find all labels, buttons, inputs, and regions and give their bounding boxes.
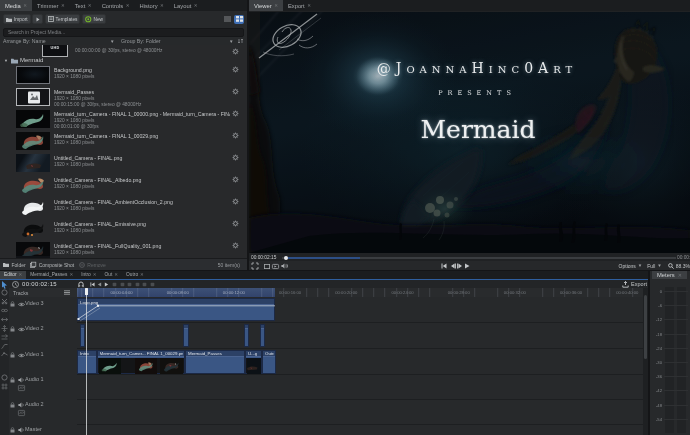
- tab-close-icon[interactable]: ✕: [88, 3, 92, 8]
- tool-slice-icon[interactable]: [1, 298, 8, 305]
- fullscreen-icon[interactable]: [252, 263, 258, 269]
- tab-close-icon[interactable]: ✕: [678, 272, 682, 278]
- search-input[interactable]: Search in Project Media...: [3, 28, 244, 37]
- gear-icon[interactable]: [232, 220, 239, 227]
- tab-close-icon[interactable]: ✕: [61, 3, 65, 8]
- clip[interactable]: U...g: [245, 350, 262, 374]
- tracks-menu-icon[interactable]: [64, 290, 70, 295]
- select-tool-icon[interactable]: [1, 281, 8, 289]
- tab-close-icon[interactable]: ✕: [19, 272, 23, 277]
- quality-dropdown[interactable]: Full: [647, 263, 655, 269]
- panel-tab[interactable]: Text ✕: [70, 0, 97, 11]
- lock-icon[interactable]: [10, 427, 15, 433]
- play-icon[interactable]: [464, 263, 470, 269]
- thumbnail-view-toggle[interactable]: [234, 15, 244, 24]
- panel-tab[interactable]: Controls ✕: [97, 0, 135, 11]
- mask-overlay-icon[interactable]: [264, 264, 270, 269]
- list-view-toggle[interactable]: [222, 15, 232, 24]
- clip-transition[interactable]: [80, 324, 85, 347]
- remove-button[interactable]: Remove: [87, 262, 106, 268]
- play-forward-icon[interactable]: [104, 282, 109, 287]
- timeline-tab[interactable]: Editor ✕: [0, 271, 26, 279]
- clip-transition[interactable]: [244, 324, 249, 347]
- panel-divider[interactable]: [648, 271, 650, 435]
- tab-close-icon[interactable]: ✕: [126, 3, 130, 8]
- tool-grid-icon[interactable]: [1, 383, 8, 390]
- arrange-by-dropdown[interactable]: Arrange By: Name: [3, 38, 46, 44]
- gear-icon[interactable]: [232, 66, 239, 73]
- media-item-row[interactable]: Untitled_Camera - FINAL.png 1920 × 1080 …: [0, 153, 247, 175]
- speaker-icon[interactable]: [18, 427, 25, 433]
- viewer-canvas[interactable]: @JoannaHinc0Art PRESENTS Mermaid: [249, 12, 690, 253]
- new-folder-button[interactable]: Folder: [12, 262, 26, 268]
- gear-icon[interactable]: [232, 48, 239, 55]
- tab-close-icon[interactable]: ✕: [274, 3, 278, 8]
- clip-transition[interactable]: [260, 324, 265, 347]
- visibility-eye-icon[interactable]: [18, 353, 25, 358]
- meters-tab[interactable]: Meters ✕: [652, 271, 687, 279]
- clip[interactable]: Outro: [262, 350, 276, 374]
- arrange-by-arrow-icon[interactable]: ▼: [110, 39, 114, 44]
- tab-close-icon[interactable]: ✕: [160, 3, 164, 8]
- play-backward-icon[interactable]: [97, 282, 102, 287]
- import-button[interactable]: Import: [3, 14, 31, 24]
- lock-icon[interactable]: [10, 377, 15, 383]
- previous-edit-icon[interactable]: [90, 282, 95, 287]
- tool-rate-stretch-icon[interactable]: [1, 343, 8, 350]
- gear-icon[interactable]: [232, 242, 239, 249]
- sort-direction-icon[interactable]: [238, 38, 244, 44]
- panel-divider[interactable]: [247, 0, 249, 271]
- zoom-level-dropdown[interactable]: 88.3%: [676, 263, 690, 269]
- media-item-row[interactable]: Untitled_Camera - FINAL_AmbientOcclusion…: [0, 197, 247, 219]
- timeline-tab[interactable]: Mermaid_Passes ✕: [26, 271, 77, 279]
- snap-toggle-icon[interactable]: [78, 282, 84, 288]
- clip[interactable]: Mermaid_turn_Camer... FINAL 1_00029.png: [97, 350, 186, 374]
- media-item-row[interactable]: Mermaid_turn_Camera - FINAL 1_00000.png …: [0, 109, 247, 131]
- panel-tab[interactable]: Viewer ✕: [249, 0, 283, 11]
- clip-transition[interactable]: [183, 324, 189, 347]
- step-forward-icon[interactable]: [457, 263, 463, 269]
- lock-icon[interactable]: [10, 326, 15, 332]
- gear-icon[interactable]: [232, 110, 239, 117]
- speaker-icon[interactable]: [18, 377, 25, 383]
- tab-close-icon[interactable]: ✕: [194, 3, 198, 8]
- tab-close-icon[interactable]: ✕: [93, 272, 97, 277]
- panel-tab[interactable]: History ✕: [135, 0, 169, 11]
- media-folder-row[interactable]: ▼ Mermaid: [0, 57, 247, 65]
- snapshot-icon[interactable]: [272, 264, 279, 269]
- tool-envelope-icon[interactable]: [1, 351, 8, 358]
- options-dropdown[interactable]: Options: [619, 263, 636, 269]
- panel-tab[interactable]: Media ✕: [0, 0, 32, 11]
- timeline-tab[interactable]: Outro ✕: [122, 271, 148, 279]
- playhead-marker[interactable]: [85, 288, 88, 295]
- gear-icon[interactable]: [232, 88, 239, 95]
- new-composite-shot-button[interactable]: Composite Shot: [39, 262, 75, 268]
- folder-expand-arrow-icon[interactable]: ▼: [4, 58, 8, 63]
- tab-close-icon[interactable]: ✕: [23, 3, 27, 8]
- panel-tab[interactable]: Layout ✕: [169, 0, 203, 11]
- media-item-row[interactable]: Mermaid_Passes 1920 × 1080 pixels 00:00:…: [0, 87, 247, 109]
- speaker-icon[interactable]: [18, 402, 25, 408]
- timeline-tab[interactable]: Intro ✕: [77, 271, 100, 279]
- lock-icon[interactable]: [10, 402, 15, 408]
- tool-ripple-icon[interactable]: [1, 334, 8, 341]
- gear-icon[interactable]: [232, 154, 239, 161]
- timeline-ruler[interactable]: 00:00:04:00 00:00:08:00 00:00:12:00 00:0…: [77, 288, 643, 297]
- panel-tab[interactable]: Trimmer ✕: [32, 0, 70, 11]
- timeline-tab[interactable]: Out ✕: [101, 271, 123, 279]
- seek-playhead-handle[interactable]: [284, 256, 288, 260]
- tool-slip-icon[interactable]: [1, 316, 8, 323]
- lock-icon[interactable]: [10, 352, 15, 358]
- group-by-dropdown[interactable]: Group By: Folder: [121, 38, 161, 44]
- tab-close-icon[interactable]: ✕: [140, 272, 144, 277]
- clip[interactable]: Mermaid_Passes: [185, 350, 245, 374]
- new-button[interactable]: New: [82, 14, 106, 24]
- visibility-eye-icon[interactable]: [18, 327, 25, 332]
- tool-circle-icon[interactable]: [1, 374, 8, 381]
- tool-link-icon[interactable]: [1, 307, 8, 314]
- track-fx-icon[interactable]: [18, 385, 25, 391]
- opacity-envelope[interactable]: [78, 299, 276, 322]
- tab-close-icon[interactable]: ✕: [69, 272, 73, 277]
- media-item-row[interactable]: Untitled_Camera - FINAL_Emissive.png 192…: [0, 219, 247, 241]
- scrollbar-thumb[interactable]: [644, 295, 647, 359]
